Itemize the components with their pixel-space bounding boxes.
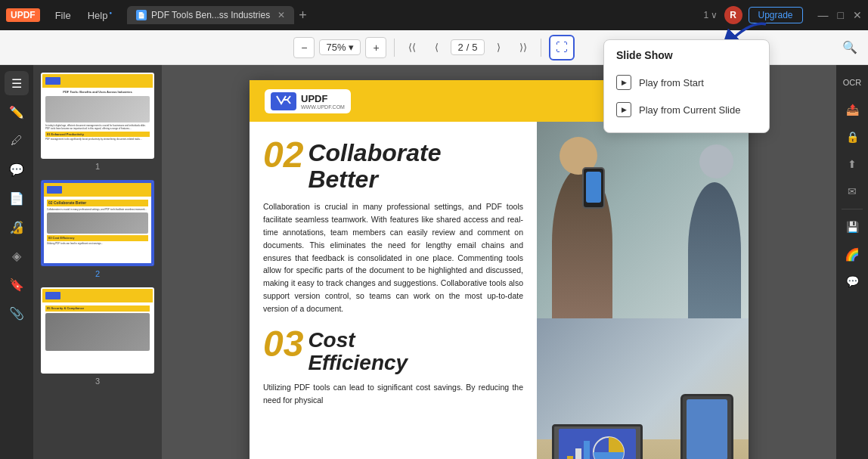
thumb-2-img [47, 212, 148, 234]
thumb-2-page: 02 Collaborate Better Collaboration is c… [41, 180, 154, 266]
right-sidebar: OCR 📤 🔒 ⬆ ✉ 💾 🌈 💬 [836, 65, 868, 459]
page-display[interactable]: 2 / 5 [451, 39, 484, 55]
updf-logo-text: UPDF WWW.UPDF.COM [301, 93, 345, 110]
thumbnail-page-1[interactable]: PDF Tools: Benefits and Uses Across Indu… [41, 73, 154, 171]
zoom-in-btn[interactable]: + [365, 37, 386, 58]
updf-logo-icon [271, 92, 296, 110]
thumb-1-text: In today's digital age, efficient docume… [45, 124, 150, 131]
section-03-header: 03 CostEfficiency [263, 326, 523, 376]
thumb-2-section03: 03 Cost Efficiency [47, 235, 148, 241]
sidebar-icon-annotate[interactable]: 🖊 [5, 129, 29, 153]
face-shape-2 [699, 144, 733, 178]
sidebar-icon-pages[interactable]: 📄 [5, 186, 29, 210]
person-shape-2 [688, 182, 741, 318]
sidebar-icon-view[interactable]: ☰ [5, 71, 29, 95]
section-03-title-block: CostEfficiency [308, 326, 408, 376]
close-btn[interactable]: ✕ [853, 9, 862, 21]
sidebar-icon-stamp[interactable]: 🔏 [5, 215, 29, 239]
right-sidebar-divider [842, 209, 863, 209]
search-right-btn[interactable]: 🔍 [842, 40, 857, 54]
zoom-dropdown-icon: ▾ [349, 42, 354, 53]
thumb-2-section02: 02 Collaborate Better [47, 200, 148, 206]
play-from-current-option[interactable]: ▶ Play from Current Slide [604, 96, 769, 123]
thumb-3-label: 3 [41, 377, 154, 386]
slideshow-btn[interactable]: ⛶ [549, 35, 575, 60]
add-tab-btn[interactable]: + [299, 8, 307, 23]
thumb-1-header [42, 74, 153, 88]
version-badge: 1 ∨ [703, 10, 718, 20]
section-02-number: 02 [263, 137, 303, 173]
section-02-header: 02 CollaborateBetter [263, 137, 523, 193]
play-from-start-option[interactable]: ▶ Play from Start [604, 69, 769, 96]
thumb-3-img [45, 313, 150, 351]
updf-name: UPDF [301, 93, 345, 104]
thumb-2-label: 2 [41, 269, 154, 278]
chart-svg [563, 433, 631, 459]
thumbnail-panel: PDF Tools: Benefits and Uses Across Indu… [33, 65, 162, 459]
thumb-1-label: 1 [41, 162, 154, 171]
tablet-shape [680, 394, 733, 459]
right-icon-share[interactable]: ⬆ [841, 153, 863, 175]
right-icon-extract[interactable]: 📤 [841, 98, 863, 121]
thumb-3-content: 05 Security & Compliance [42, 289, 153, 372]
page-last-btn[interactable]: ⟩⟩ [513, 38, 533, 57]
thumb-1-logo [45, 77, 60, 85]
maximize-btn[interactable]: □ [838, 9, 844, 21]
laptop-screen [552, 424, 643, 459]
thumbnail-page-3[interactable]: 05 Security & Compliance 3 [41, 287, 154, 386]
thumb-1-img [45, 96, 150, 123]
right-icon-chat[interactable]: 💬 [841, 270, 863, 293]
pdf-logo-area: UPDF WWW.UPDF.COM [265, 89, 351, 113]
menu-file[interactable]: File [48, 7, 79, 24]
tab-pdf-icon: 📄 [136, 10, 147, 20]
page-next-btn[interactable]: ⟩ [489, 38, 509, 57]
phone-shape [582, 167, 605, 209]
thumb-2-content: 02 Collaborate Better Collaboration is c… [42, 181, 153, 265]
slideshow-dropdown: Slide Show ▶ Play from Start ▶ Play from… [603, 39, 770, 133]
upgrade-button[interactable]: Upgrade [749, 7, 803, 23]
right-icon-save[interactable]: 💾 [841, 216, 863, 238]
sidebar-icon-layers[interactable]: ◈ [5, 243, 29, 268]
thumbnail-page-2[interactable]: 02 Collaborate Better Collaboration is c… [41, 180, 154, 278]
thumb-3-logo [45, 292, 60, 299]
page-first-btn[interactable]: ⟨⟨ [402, 38, 422, 57]
sidebar-icon-attach[interactable]: 📎 [5, 301, 29, 325]
thumb-2-text2: Utilizing PDF tools can lead to signific… [47, 242, 148, 245]
section-03-number: 03 [263, 326, 303, 362]
page-total: 5 [472, 42, 477, 53]
menu-bar: File Help [48, 7, 119, 24]
active-tab[interactable]: 📄 PDF Tools Ben...ss Industries ✕ [127, 6, 294, 24]
left-sidebar: ☰ ✏️ 🖊 💬 📄 🔏 ◈ 🔖 📎 [0, 65, 33, 459]
zoom-display[interactable]: 75% ▾ [319, 39, 361, 55]
zoom-level: 75% [326, 42, 346, 53]
zoom-out-btn[interactable]: − [293, 37, 315, 58]
thumb-2-body: 02 Collaborate Better Collaboration is c… [44, 197, 151, 247]
thumb-1-text2: PDF management tools significantly boost… [45, 138, 150, 141]
pdf-image-top [537, 122, 749, 318]
pdf-right-col [537, 122, 749, 459]
sidebar-icon-edit[interactable]: ✏️ [5, 100, 29, 124]
tab-area: 📄 PDF Tools Ben...ss Industries ✕ + [127, 6, 703, 24]
right-icon-lock[interactable]: 🔒 [841, 126, 863, 148]
avatar[interactable]: R [724, 6, 742, 24]
pdf-page: UPDF WWW.UPDF.COM 02 CollaborateBetter [250, 80, 749, 459]
menu-help[interactable]: Help [80, 7, 119, 24]
slideshow-icon: ⛶ [556, 41, 568, 54]
thumb-1-body: PDF Tools: Benefits and Uses Across Indu… [42, 88, 153, 143]
sidebar-icon-bookmark[interactable]: 🔖 [5, 272, 29, 296]
play-from-start-icon: ▶ [616, 75, 631, 90]
page-prev-btn[interactable]: ⟨ [426, 38, 446, 57]
pdf-left-col: 02 CollaborateBetter Collaboration is cr… [250, 122, 537, 459]
right-icon-mail[interactable]: ✉ [841, 180, 863, 203]
pdf-image-bottom [537, 318, 749, 459]
sidebar-icon-comment[interactable]: 💬 [5, 157, 29, 181]
minimize-btn[interactable]: — [818, 9, 829, 21]
page-current: 2 [457, 42, 463, 53]
laptop-screen-content [559, 429, 637, 459]
right-icon-ocr[interactable]: OCR [841, 71, 863, 94]
tab-close-btn[interactable]: ✕ [277, 10, 285, 20]
thumb-2-header [44, 183, 151, 197]
right-icon-rainbow[interactable]: 🌈 [841, 243, 863, 265]
section-03-title: CostEfficiency [308, 326, 408, 376]
play-from-current-label: Play from Current Slide [639, 104, 740, 116]
